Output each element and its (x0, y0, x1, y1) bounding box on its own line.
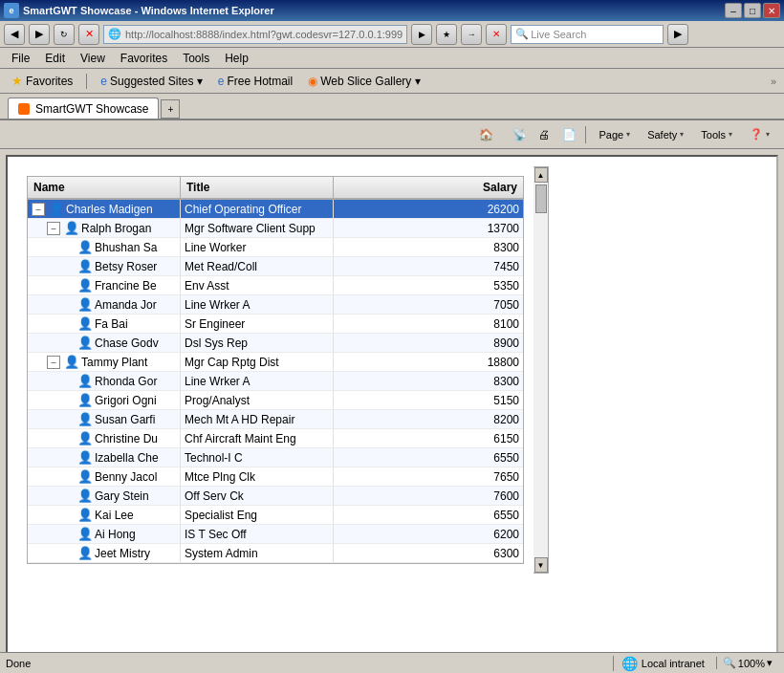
table-row[interactable]: 👤Fa BaiSr Engineer8100 (28, 315, 523, 334)
active-tab[interactable]: SmartGWT Showcase (8, 98, 159, 119)
table-row[interactable]: 👤Betsy RoserMet Read/Coll7450 (28, 257, 523, 276)
person-icon: 👤 (64, 355, 79, 369)
search-go[interactable]: ▶ (667, 24, 688, 45)
name-text: Amanda Jor (95, 298, 157, 312)
fav-separator1 (86, 74, 87, 89)
menu-edit[interactable]: Edit (37, 50, 73, 67)
suggested-sites[interactable]: e Suggested Sites ▾ (97, 73, 206, 90)
cell-name: 👤Betsy Roser (28, 257, 181, 275)
person-icon: 👤 (77, 393, 93, 407)
free-hotmail[interactable]: e Free Hotmail (214, 73, 296, 90)
tree-toggle[interactable]: – (47, 356, 60, 369)
suggested-label: Suggested Sites ▾ (110, 75, 203, 88)
help-button[interactable]: ❓ ▾ (743, 125, 776, 143)
menu-favorites[interactable]: Favorites (113, 50, 175, 67)
refresh-button[interactable]: ↻ (54, 24, 75, 45)
web-slice-gallery[interactable]: ◉ Web Slice Gallery ▾ (304, 73, 424, 90)
favorites-button[interactable]: ★ Favorites (8, 72, 76, 90)
status-bar: Done 🌐 Local intranet 🔍 100% ▾ (0, 652, 784, 673)
table-row[interactable]: 👤Susan GarfiMech Mt A HD Repair8200 (28, 410, 523, 429)
cell-name: 👤Susan Garfi (28, 410, 181, 428)
nav-extra[interactable]: ★ (436, 24, 457, 45)
name-text: Kai Lee (95, 509, 134, 522)
help-chevron: ▾ (766, 130, 770, 139)
minimize-button[interactable]: – (725, 3, 742, 18)
table-row[interactable]: 👤Bhushan SaLine Worker8300 (28, 238, 523, 257)
cell-salary: 7600 (334, 487, 523, 505)
cell-title: Line Worker (181, 238, 334, 256)
menu-help[interactable]: Help (217, 50, 256, 67)
scroll-up-button[interactable]: ▲ (534, 167, 548, 183)
zoom-label: 100% (738, 658, 765, 669)
table-row[interactable]: –👤Charles MadigenChief Operating Officer… (28, 200, 523, 219)
cell-title: Prog/Analyst (181, 391, 334, 409)
table-row[interactable]: 👤Francine BeEnv Asst5350 (28, 276, 523, 295)
table-row[interactable]: 👤Christine DuChf Aircraft Maint Eng6150 (28, 429, 523, 448)
menu-file[interactable]: File (4, 50, 37, 67)
table-row[interactable]: 👤Rhonda GorLine Wrker A8300 (28, 372, 523, 391)
table-row[interactable]: –👤Tammy PlantMgr Cap Rptg Dist18800 (28, 353, 523, 372)
menu-view[interactable]: View (73, 50, 113, 67)
print-button[interactable]: 🖨 (534, 124, 555, 145)
stop-button[interactable]: ✕ (78, 24, 99, 45)
table-row[interactable]: 👤Jeet MistrySystem Admin6300 (28, 544, 523, 563)
name-text: Bhushan Sa (95, 241, 157, 254)
maximize-button[interactable]: □ (744, 3, 761, 18)
cell-salary: 8900 (334, 334, 523, 352)
new-tab-button[interactable]: + (161, 99, 180, 119)
name-text: Fa Bai (95, 317, 128, 331)
cell-title: Line Wrker A (181, 295, 334, 314)
tree-toggle[interactable]: – (32, 203, 45, 216)
cell-name: 👤Ai Hong (28, 525, 181, 543)
table-row[interactable]: 👤Chase GodvDsl Sys Rep8900 (28, 334, 523, 353)
page-button[interactable]: Page ▾ (592, 126, 637, 143)
table-row[interactable]: 👤Izabella CheTechnol-I C6550 (28, 448, 523, 467)
name-text: Ai Hong (95, 528, 136, 541)
scroll-down-button[interactable]: ▼ (534, 557, 548, 573)
cell-salary: 7650 (334, 467, 523, 486)
table-row[interactable]: 👤Kai LeeSpecialist Eng6550 (28, 506, 523, 525)
hotmail-label: Free Hotmail (227, 75, 293, 88)
table-row[interactable]: 👤Amanda JorLine Wrker A7050 (28, 295, 523, 315)
name-text: Chase Godv (95, 336, 159, 350)
name-text: Rhonda Gor (95, 375, 157, 388)
rss-button[interactable]: 📡 (509, 124, 530, 145)
table-row[interactable]: 👤Ai HongIS T Sec Off6200 (28, 525, 523, 544)
go-button[interactable]: ▶ (411, 24, 432, 45)
menu-tools[interactable]: Tools (175, 50, 217, 67)
table-row[interactable]: 👤Gary SteinOff Serv Ck7600 (28, 487, 523, 506)
toolbar: 🏠 📡 🖨 📄 Page ▾ Safety ▾ Tools ▾ ❓ ▾ (0, 120, 784, 149)
safety-button[interactable]: Safety ▾ (641, 126, 690, 143)
cell-name: 👤Fa Bai (28, 315, 181, 333)
address-text[interactable]: http://localhost:8888/index.html?gwt.cod… (125, 29, 403, 40)
status-text: Done (6, 658, 609, 669)
cell-name: 👤Bhushan Sa (28, 238, 181, 256)
cell-title: Dsl Sys Rep (181, 334, 334, 352)
search-box[interactable]: 🔍 Live Search (511, 25, 664, 44)
cell-salary: 8300 (334, 372, 523, 390)
person-icon: 👤 (77, 336, 93, 350)
table-row[interactable]: –👤Ralph BroganMgr Software Client Supp13… (28, 219, 523, 238)
back-button[interactable]: ◀ (4, 24, 25, 45)
table-row[interactable]: 👤Benny JacolMtce Plng Clk7650 (28, 467, 523, 487)
cell-name: 👤Gary Stein (28, 487, 181, 505)
print-prev-button[interactable]: 📄 (558, 124, 579, 145)
tools-button[interactable]: Tools ▾ (694, 126, 739, 143)
favorites-bar: ★ Favorites e Suggested Sites ▾ e Free H… (0, 69, 784, 94)
person-icon: 👤 (77, 450, 93, 465)
globe-icon: 🌐 (621, 656, 638, 671)
cell-name: 👤Chase Godv (28, 334, 181, 352)
person-icon: 👤 (77, 527, 93, 541)
home-button[interactable]: 🏠 (467, 124, 505, 145)
close-button[interactable]: ✕ (763, 3, 780, 18)
cell-name: 👤Christine Du (28, 429, 181, 447)
nav-stop[interactable]: ✕ (486, 24, 507, 45)
scroll-thumb[interactable] (535, 185, 547, 213)
cell-salary: 6550 (334, 506, 523, 524)
table-row[interactable]: 👤Grigori OgniProg/Analyst5150 (28, 391, 523, 410)
grid-scrollbar[interactable]: ▲ ▼ (534, 166, 549, 574)
forward-button[interactable]: ▶ (29, 24, 50, 45)
person-icon: 👤 (77, 546, 93, 560)
tree-toggle[interactable]: – (47, 222, 60, 235)
nav-extra2[interactable]: → (461, 24, 482, 45)
